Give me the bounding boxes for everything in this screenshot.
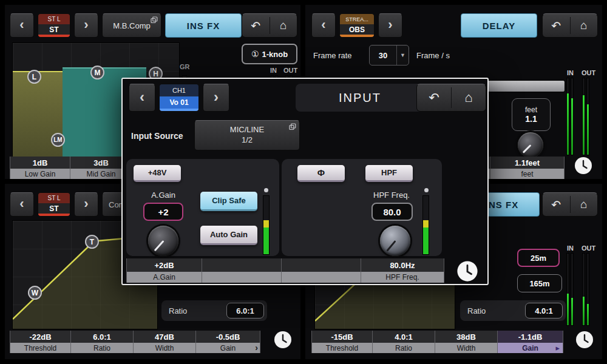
- analog-gain-knob[interactable]: [148, 226, 178, 256]
- chevron-right-icon: ›: [214, 89, 219, 107]
- delay-knob[interactable]: [518, 132, 543, 158]
- frame-rate-select[interactable]: 30 ▼: [369, 45, 409, 66]
- phase-button[interactable]: Φ: [297, 165, 345, 182]
- delay-time-button[interactable]: [268, 326, 297, 354]
- value-text: 80.0: [383, 207, 401, 217]
- next-page-arrow-icon[interactable]: ›: [255, 343, 258, 352]
- footer-cell-ratio[interactable]: 6.0:1 Ratio: [71, 331, 134, 353]
- ratio-value-box[interactable]: 6.0:1: [226, 303, 264, 318]
- next-channel-button[interactable]: ›: [378, 13, 402, 38]
- copy-icon: [289, 123, 296, 130]
- delay-time-button[interactable]: [569, 153, 598, 178]
- one-knob-button[interactable]: ① 1-knob: [242, 44, 297, 64]
- caret-down-icon: ▼: [396, 46, 409, 65]
- next-channel-button[interactable]: ›: [203, 84, 229, 112]
- footer-value: -15dB: [311, 331, 373, 343]
- next-channel-button[interactable]: ›: [74, 13, 98, 38]
- hpf-button[interactable]: HPF: [365, 165, 413, 182]
- prev-channel-button[interactable]: ‹: [10, 192, 34, 217]
- home-icon: ⌂: [464, 90, 472, 106]
- footer-label: Threshold: [10, 343, 71, 353]
- delay-fine-value-box[interactable]: 25m: [517, 249, 560, 267]
- channel-color-bar: [160, 109, 198, 111]
- footer-cell-gain[interactable]: -0.5dB Gain ›: [196, 331, 260, 353]
- delay-time-button[interactable]: [570, 326, 599, 354]
- auto-gain-button[interactable]: Auto Gain: [200, 226, 257, 245]
- footer-cell-hpf-freq[interactable]: 80.0Hz HPF Freq.: [361, 258, 444, 283]
- footer-cell-low-gain[interactable]: 1dB Low Gain: [10, 157, 70, 179]
- channel-name-top: STREA...: [340, 14, 374, 24]
- ratio-value-box[interactable]: 4.0:1: [525, 303, 563, 318]
- footer-cell-threshold[interactable]: -15dB Threshold: [311, 331, 373, 353]
- delay-value-box[interactable]: feet 1.1: [512, 98, 551, 131]
- channel-color-bar: [340, 35, 374, 37]
- clip-indicator: [264, 188, 268, 192]
- footer-cell-ratio[interactable]: 4.0:1 Ratio: [373, 331, 435, 353]
- undo-button[interactable]: ↶: [242, 14, 270, 37]
- nav-group: ↶ ⌂: [542, 13, 598, 38]
- footer-label: HPF Freq.: [361, 272, 444, 283]
- dialog-title-text: INPUT: [339, 91, 381, 105]
- threshold-handle[interactable]: T: [85, 235, 99, 249]
- tab-ins-fx[interactable]: INS FX: [165, 13, 242, 38]
- frame-unit-label: Frame / s: [416, 51, 450, 60]
- out-meter: [582, 253, 589, 326]
- hpf-freq-knob[interactable]: [380, 226, 410, 256]
- footer-label-text: Gain: [522, 344, 538, 352]
- undo-icon: ↶: [551, 19, 561, 33]
- chevron-right-icon: ›: [388, 17, 392, 35]
- prev-channel-button[interactable]: ‹: [10, 13, 34, 38]
- tab-label: INS FX: [187, 21, 220, 31]
- footer-cell-feet[interactable]: 1.1feet feet: [490, 157, 565, 179]
- process-select-button[interactable]: M.B.Comp: [102, 13, 161, 38]
- home-button[interactable]: ⌂: [452, 84, 486, 111]
- footer-label: [282, 272, 361, 283]
- channel-select-button[interactable]: STREA... OBS: [339, 13, 375, 38]
- dialog-title: INPUT: [296, 84, 424, 112]
- home-button[interactable]: ⌂: [270, 14, 297, 37]
- delay-value-box[interactable]: 165m: [517, 274, 562, 292]
- footer-cell-again[interactable]: +2dB A.Gain: [126, 258, 202, 283]
- undo-button[interactable]: ↶: [417, 84, 451, 111]
- analog-gain-value-box[interactable]: +2: [143, 203, 183, 221]
- home-button[interactable]: ⌂: [571, 14, 598, 37]
- channel-name-bottom: ST: [38, 24, 70, 35]
- home-button[interactable]: ⌂: [571, 193, 598, 216]
- tab-label: INS FX: [486, 200, 518, 210]
- footer-label: feet: [490, 169, 565, 179]
- footer-cell-width[interactable]: 38dB Width: [435, 331, 498, 353]
- low-mid-crossover-handle[interactable]: LM: [51, 133, 65, 147]
- hpf-freq-value-box[interactable]: 80.0: [371, 203, 413, 221]
- prev-channel-button[interactable]: ‹: [311, 13, 336, 38]
- in-label: IN: [567, 69, 574, 76]
- footer-cell-width[interactable]: 47dB Width: [134, 331, 196, 353]
- footer-value: +2dB: [126, 258, 202, 272]
- footer-cell-threshold[interactable]: -22dB Threshold: [10, 331, 71, 353]
- input-source-button[interactable]: MIC/LINE 1/2: [194, 120, 300, 150]
- prev-channel-button[interactable]: ‹: [129, 84, 155, 112]
- clip-safe-button[interactable]: Clip Safe: [200, 192, 257, 211]
- footer-label: Ratio: [373, 343, 435, 353]
- low-band-handle[interactable]: L: [27, 70, 41, 84]
- channel-select-button[interactable]: CH1 Vo 01: [159, 84, 199, 112]
- clock-icon: [456, 260, 479, 283]
- footer-cell-gain-selected[interactable]: -1.1dB Gain ▸: [498, 331, 563, 353]
- chevron-right-icon: ›: [84, 17, 88, 35]
- footer-value: 6.0:1: [71, 331, 134, 343]
- delay-time-button[interactable]: [448, 257, 487, 285]
- analog-gain-label: A.Gain: [143, 190, 183, 200]
- clock-icon: [575, 330, 594, 349]
- width-handle[interactable]: W: [28, 286, 42, 300]
- mid-band-handle[interactable]: M: [90, 66, 104, 79]
- channel-select-button[interactable]: ST L ST: [38, 13, 70, 38]
- channel-select-button[interactable]: ST L ST: [38, 192, 70, 217]
- hpf-freq-label: HPF Freq.: [364, 190, 419, 200]
- tab-delay[interactable]: DELAY: [461, 13, 537, 38]
- phantom-power-button[interactable]: +48V: [134, 165, 181, 182]
- undo-button[interactable]: ↶: [543, 14, 570, 37]
- next-channel-button[interactable]: ›: [74, 192, 98, 217]
- delay-value: 1.1: [525, 114, 537, 124]
- input-source-line2: 1/2: [242, 135, 253, 146]
- undo-button[interactable]: ↶: [543, 193, 570, 216]
- footer-value: [282, 258, 361, 272]
